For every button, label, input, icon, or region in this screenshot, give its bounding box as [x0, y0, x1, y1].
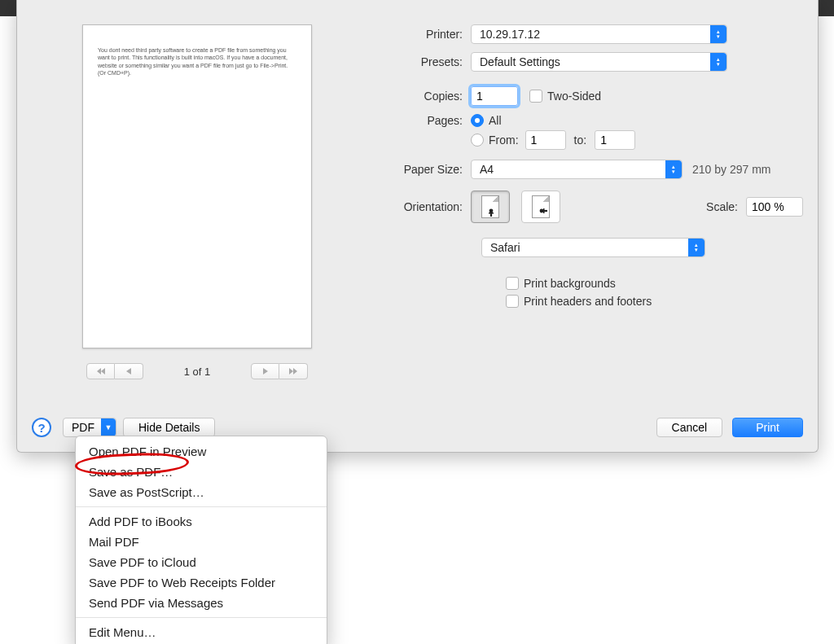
pages-to-label: to:: [574, 134, 587, 147]
next-page-button[interactable]: [251, 363, 279, 379]
hide-details-label: Hide Details: [138, 421, 200, 434]
menu-save-as-postscript[interactable]: Save as PostScript…: [76, 482, 327, 502]
app-options-value: Safari: [490, 241, 520, 254]
help-button[interactable]: ?: [32, 418, 51, 437]
orientation-landscape-button[interactable]: [521, 191, 560, 223]
menu-separator: [76, 617, 327, 618]
orientation-portrait-button[interactable]: [471, 191, 510, 223]
help-icon: ?: [37, 421, 45, 435]
updown-arrows-icon: [710, 53, 726, 71]
pdf-dropdown-button[interactable]: PDF ▼: [63, 418, 116, 437]
svg-point-3: [540, 209, 544, 213]
document-landscape-icon: [532, 195, 550, 218]
updown-arrows-icon: [688, 239, 705, 256]
presets-label: Presets:: [359, 55, 471, 68]
menu-save-to-web-receipts[interactable]: Save PDF to Web Receipts Folder: [76, 572, 327, 593]
updown-arrows-icon: [665, 160, 682, 178]
print-settings-form: Printer: 10.29.17.12 Presets: Default Se…: [359, 24, 803, 316]
preview-text: You dont need third party software to cr…: [98, 47, 288, 76]
first-page-button[interactable]: [86, 363, 115, 379]
menu-mail-pdf[interactable]: Mail PDF: [76, 532, 327, 552]
presets-select[interactable]: Default Settings: [471, 52, 727, 72]
updown-arrows-icon: [710, 25, 726, 43]
svg-rect-2: [489, 212, 494, 214]
pages-to-input[interactable]: [595, 130, 635, 150]
copies-label: Copies:: [359, 90, 471, 103]
print-button[interactable]: Print: [732, 418, 803, 437]
page-nav-fwd-group: [251, 363, 308, 379]
print-label: Print: [756, 421, 779, 434]
print-backgrounds-checkbox[interactable]: [506, 277, 519, 290]
menu-save-as-pdf[interactable]: Save as PDF…: [76, 462, 327, 482]
prev-page-button[interactable]: [115, 363, 143, 379]
menu-add-to-ibooks[interactable]: Add PDF to iBooks: [76, 511, 327, 532]
chevron-down-icon: ▼: [101, 418, 116, 436]
page-indicator: 1 of 1: [148, 366, 246, 378]
dialog-bottom-bar: ? PDF ▼ Hide Details Cancel Print: [32, 418, 803, 437]
orientation-label: Orientation:: [359, 200, 471, 213]
paper-size-select[interactable]: A4: [471, 160, 683, 179]
cancel-label: Cancel: [672, 421, 708, 434]
print-headers-label: Print headers and footers: [524, 295, 652, 308]
menu-open-pdf-preview[interactable]: Open PDF in Preview: [76, 441, 327, 462]
menu-edit-menu[interactable]: Edit Menu…: [76, 622, 327, 642]
paper-size-label: Paper Size:: [359, 163, 471, 176]
svg-rect-5: [543, 208, 545, 213]
menu-separator: [76, 506, 327, 507]
hide-details-button[interactable]: Hide Details: [123, 418, 215, 437]
two-sided-checkbox[interactable]: [529, 90, 542, 103]
print-headers-checkbox[interactable]: [506, 295, 519, 308]
copies-input[interactable]: [471, 86, 518, 106]
cancel-button[interactable]: Cancel: [656, 418, 723, 437]
last-page-button[interactable]: [279, 363, 308, 379]
pdf-dropdown-menu: Open PDF in Preview Save as PDF… Save as…: [75, 436, 327, 644]
scale-label: Scale:: [706, 200, 738, 213]
page-nav-back-group: [86, 363, 143, 379]
pages-from-input[interactable]: [525, 130, 566, 150]
pages-label: Pages:: [359, 114, 471, 127]
printer-value: 10.29.17.12: [480, 28, 540, 41]
document-portrait-icon: [481, 195, 499, 218]
two-sided-label: Two-Sided: [547, 90, 601, 103]
printer-label: Printer:: [359, 28, 471, 41]
svg-point-0: [489, 209, 494, 213]
app-options-select[interactable]: Safari: [481, 238, 705, 257]
page-preview: You dont need third party software to cr…: [82, 24, 312, 348]
pdf-button-label: PDF: [64, 421, 101, 434]
menu-send-via-messages[interactable]: Send PDF via Messages: [76, 593, 327, 613]
menu-save-to-icloud[interactable]: Save PDF to iCloud: [76, 552, 327, 572]
print-dialog: You dont need third party software to cr…: [16, 0, 819, 453]
scale-input[interactable]: [746, 197, 803, 217]
page-nav: 1 of 1: [82, 363, 312, 379]
pages-from-radio[interactable]: [471, 134, 484, 147]
pages-all-label: All: [489, 114, 502, 127]
presets-value: Default Settings: [480, 55, 560, 68]
pages-all-radio[interactable]: [471, 114, 484, 127]
paper-size-value: A4: [480, 163, 494, 176]
print-backgrounds-label: Print backgrounds: [524, 277, 616, 290]
printer-select[interactable]: 10.29.17.12: [471, 24, 727, 44]
paper-size-note: 210 by 297 mm: [692, 163, 771, 176]
pages-from-label: From:: [489, 134, 519, 147]
